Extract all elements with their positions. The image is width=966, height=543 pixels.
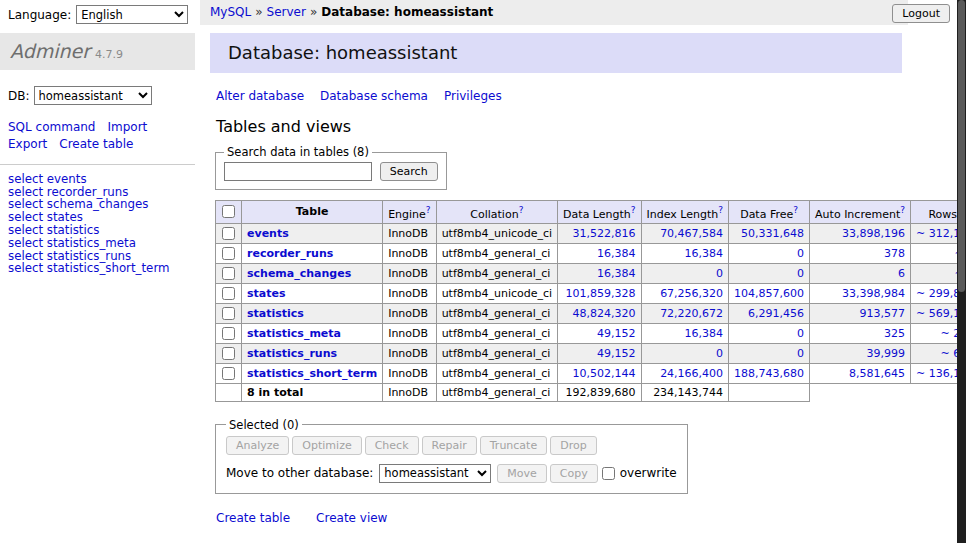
help-icon[interactable]: ?	[426, 205, 431, 215]
data-free-link[interactable]: 0	[797, 327, 804, 340]
table-name-link[interactable]: states	[247, 287, 286, 300]
table-row: statistics_short_term InnoDB utf8mb4_gen…	[216, 363, 966, 383]
auto-increment-link[interactable]: 33,398,984	[842, 287, 905, 300]
repair-button[interactable]: Repair	[422, 436, 477, 455]
index-length-link[interactable]: 67,256,320	[660, 287, 723, 300]
data-length-link[interactable]: 31,522,816	[573, 227, 636, 240]
table-name-link[interactable]: recorder_runs	[247, 247, 333, 260]
collation-cell: utf8mb4_general_ci	[436, 243, 557, 263]
data-free-link[interactable]: 6,291,456	[748, 307, 804, 320]
help-icon[interactable]: ?	[519, 205, 524, 215]
row-select-checkbox[interactable]	[222, 367, 235, 380]
auto-increment-link[interactable]: 39,999	[867, 347, 906, 360]
index-length-link[interactable]: 24,166,400	[660, 367, 723, 380]
sidebar-create-table-link[interactable]: Create table	[59, 137, 133, 151]
selected-buttons-row: AnalyzeOptimizeCheckRepairTruncateDrop	[226, 436, 677, 455]
sidebar-export-link[interactable]: Export	[8, 137, 47, 151]
data-free-link[interactable]: 0	[797, 267, 804, 280]
check-button[interactable]: Check	[365, 436, 419, 455]
row-select-checkbox[interactable]	[222, 287, 235, 300]
row-select-checkbox[interactable]	[222, 327, 235, 340]
create-view-link[interactable]: Create view	[316, 511, 387, 525]
data-length-link[interactable]: 16,384	[597, 267, 636, 280]
breadcrumb-server-link[interactable]: Server	[267, 5, 306, 19]
index-length-link[interactable]: 0	[716, 267, 723, 280]
row-select-checkbox[interactable]	[222, 247, 235, 260]
table-name-link[interactable]: statistics_short_term	[247, 367, 377, 380]
data-length-link[interactable]: 101,859,328	[566, 287, 636, 300]
optimize-button[interactable]: Optimize	[292, 436, 361, 455]
auto-increment-link[interactable]: 8,581,645	[849, 367, 905, 380]
help-icon[interactable]: ?	[631, 205, 636, 215]
db-select[interactable]: homeassistant	[34, 86, 152, 105]
sidebar-import-link[interactable]: Import	[107, 120, 147, 134]
select-all-checkbox[interactable]	[222, 205, 235, 218]
auto-increment-link[interactable]: 325	[884, 327, 905, 340]
table-name-link[interactable]: statistics_runs	[247, 347, 337, 360]
total-label: 8 in total	[242, 383, 383, 401]
table-name-link[interactable]: schema_changes	[247, 267, 351, 280]
privileges-link[interactable]: Privileges	[444, 89, 502, 103]
help-icon[interactable]: ?	[793, 205, 798, 215]
auto-increment-link[interactable]: 378	[884, 247, 905, 260]
language-select[interactable]: English	[76, 5, 188, 24]
data-free-link[interactable]: 188,743,680	[734, 367, 804, 380]
language-selector-row: Language:English	[8, 5, 188, 24]
data-length-link[interactable]: 49,152	[597, 347, 636, 360]
breadcrumb-separator: »	[255, 5, 262, 19]
auto-increment-link[interactable]: 6	[898, 267, 905, 280]
breadcrumb-mysql-link[interactable]: MySQL	[210, 5, 251, 19]
vertical-scrollbar[interactable]	[957, 0, 966, 543]
database-schema-link[interactable]: Database schema	[320, 89, 428, 103]
index-length-link[interactable]: 0	[716, 347, 723, 360]
help-icon[interactable]: ?	[718, 205, 723, 215]
db-label: DB:	[8, 89, 30, 103]
tables-search-input[interactable]	[224, 162, 372, 181]
data-free-link[interactable]: 50,331,648	[741, 227, 804, 240]
auto-increment-link[interactable]: 913,577	[860, 307, 906, 320]
scrollbar-thumb[interactable]	[958, 0, 965, 292]
data-length-link[interactable]: 48,824,320	[573, 307, 636, 320]
page-title: Database: homeassistant	[210, 33, 902, 73]
sidebar-sql-command-link[interactable]: SQL command	[8, 120, 95, 134]
row-select-checkbox[interactable]	[222, 347, 235, 360]
data-free-link[interactable]: 0	[797, 247, 804, 260]
index-length-link[interactable]: 70,467,584	[660, 227, 723, 240]
data-length-link[interactable]: 49,152	[597, 327, 636, 340]
index-length-link[interactable]: 16,384	[685, 327, 724, 340]
collation-cell: utf8mb4_general_ci	[436, 303, 557, 323]
table-name-link[interactable]: events	[247, 227, 289, 240]
data-free-link[interactable]: 104,857,600	[734, 287, 804, 300]
list-item: select statistics_short_term	[8, 262, 195, 275]
data-length-link[interactable]: 16,384	[597, 247, 636, 260]
row-select-checkbox[interactable]	[222, 307, 235, 320]
total-row: 8 in total InnoDB utf8mb4_general_ci 192…	[216, 383, 966, 401]
analyze-button[interactable]: Analyze	[226, 436, 289, 455]
move-db-select[interactable]: homeassistant	[379, 464, 491, 483]
data-free-link[interactable]: 0	[797, 347, 804, 360]
sidebar-item-select-statistics-short-term[interactable]: select statistics_short_term	[8, 261, 170, 275]
table-name-link[interactable]: statistics	[247, 307, 304, 320]
alter-database-link[interactable]: Alter database	[216, 89, 304, 103]
search-button[interactable]: Search	[380, 162, 438, 181]
overwrite-label: overwrite	[620, 466, 677, 480]
move-button[interactable]: Move	[497, 464, 547, 483]
engine-cell: InnoDB	[383, 303, 436, 323]
index-length-link[interactable]: 72,220,672	[660, 307, 723, 320]
create-table-link[interactable]: Create table	[216, 511, 290, 525]
logout-button[interactable]: Logout	[892, 4, 950, 23]
row-select-checkbox[interactable]	[222, 267, 235, 280]
drop-button[interactable]: Drop	[550, 436, 596, 455]
row-select-checkbox[interactable]	[222, 227, 235, 240]
app-version: 4.7.9	[95, 48, 123, 61]
index-length-link[interactable]: 16,384	[685, 247, 724, 260]
table-name-link[interactable]: statistics_meta	[247, 327, 341, 340]
engine-cell: InnoDB	[383, 363, 436, 383]
overwrite-checkbox[interactable]	[602, 467, 615, 480]
data-length-link[interactable]: 10,502,144	[573, 367, 636, 380]
help-icon[interactable]: ?	[900, 205, 905, 215]
auto-increment-link[interactable]: 33,898,196	[842, 227, 905, 240]
copy-button[interactable]: Copy	[550, 464, 598, 483]
table-row: statistics_meta InnoDB utf8mb4_general_c…	[216, 323, 966, 343]
truncate-button[interactable]: Truncate	[480, 436, 547, 455]
